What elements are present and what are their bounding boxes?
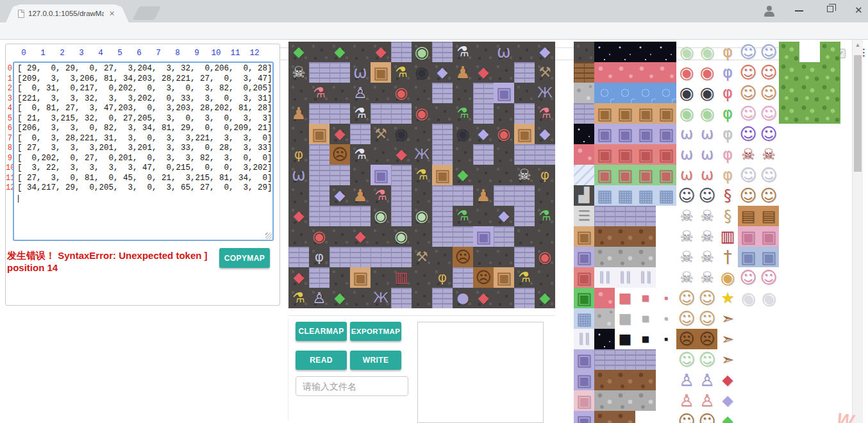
- map-tile-floor[interactable]: [494, 288, 514, 308]
- map-tile-wall[interactable]: [309, 62, 330, 83]
- tileset-tile-red-block[interactable]: ▣: [574, 267, 594, 288]
- map-tile-red-gem[interactable]: ◆: [391, 144, 412, 165]
- tileset-tile-purple-bat[interactable]: ω: [676, 144, 697, 165]
- map-tile-wall[interactable]: [473, 144, 494, 165]
- map-tile-floor[interactable]: [350, 288, 371, 308]
- map-tile-red-gem[interactable]: ◆: [473, 288, 494, 308]
- map-tile-floor[interactable]: [453, 83, 473, 103]
- tileset-tile-starfield[interactable]: [635, 42, 656, 62]
- map-tile-floor[interactable]: [494, 62, 514, 83]
- tileset-tile-pink-wall[interactable]: ▣: [738, 226, 758, 247]
- map-tile-purple-gem[interactable]: ◆: [535, 124, 555, 144]
- map-tile-wall[interactable]: [432, 226, 453, 247]
- tileset-tile-empty[interactable]: [799, 185, 820, 206]
- map-tile-moth[interactable]: Ж: [412, 144, 432, 165]
- tileset-tile-purple-block[interactable]: ▣: [574, 411, 594, 423]
- map-tile-wall[interactable]: [391, 185, 412, 206]
- tileset-tile-red-bat[interactable]: ω: [697, 165, 717, 185]
- map-tile-red-gem[interactable]: ◆: [330, 124, 350, 144]
- tileset-tile-black-sq-lg[interactable]: ■: [615, 329, 635, 349]
- tileset-tile-empty[interactable]: [779, 206, 799, 226]
- tileset-tile-purple-brick[interactable]: [594, 349, 615, 370]
- tileset-tile-tree[interactable]: [820, 42, 840, 62]
- tileset-tile-empty[interactable]: [758, 308, 779, 329]
- map-matrix-textarea[interactable]: [ 29, 0, 29, 0, 27, 3,204, 3, 32, 0,206,…: [13, 62, 274, 241]
- tileset-tile-dwarf[interactable]: ☺: [758, 62, 779, 83]
- read-button[interactable]: READ: [296, 351, 347, 370]
- tileset-tile-empty[interactable]: [820, 144, 840, 165]
- map-tile-green-gem[interactable]: ◆: [288, 42, 309, 62]
- tileset-tile-brown-rubble[interactable]: [594, 411, 615, 423]
- tileset-tile-empty[interactable]: [799, 390, 820, 411]
- map-tile-silver-key[interactable]: φ: [309, 247, 330, 267]
- new-tab-button[interactable]: [133, 6, 161, 20]
- map-tile-green-slime[interactable]: ◉: [412, 42, 432, 62]
- map-tile-golem[interactable]: ♟: [473, 185, 494, 206]
- map-tile-floor[interactable]: [535, 226, 555, 247]
- tileset-tile-empty[interactable]: [738, 370, 758, 390]
- tileset-tile-empty[interactable]: [779, 124, 799, 144]
- map-tile-purple-gem[interactable]: ◆: [330, 185, 350, 206]
- tileset-tile-red-terrain[interactable]: [574, 144, 594, 165]
- map-tile-purple-block[interactable]: ▣: [494, 83, 514, 103]
- map-tile-black-ball-monster[interactable]: ◉: [453, 124, 473, 144]
- map-tile-wall[interactable]: [350, 206, 371, 226]
- map-tile-wall[interactable]: [309, 185, 330, 206]
- tileset-tile-green-block[interactable]: ▣: [615, 165, 635, 185]
- map-tile-gold-key[interactable]: φ: [288, 144, 309, 165]
- map-tile-ghost[interactable]: ♙: [309, 288, 330, 308]
- map-tile-red-ball-monster[interactable]: ◉: [535, 247, 555, 267]
- map-tile-tan-block[interactable]: ▣: [432, 165, 453, 185]
- tileset-tile-empty[interactable]: [799, 308, 820, 329]
- map-tile-wall[interactable]: [473, 83, 494, 103]
- tileset-tile-blue-lattice[interactable]: ▦: [574, 308, 594, 329]
- tileset-tile-pillars[interactable]: ║║: [615, 267, 635, 288]
- map-tile-wall[interactable]: [371, 103, 391, 124]
- tileset-tile-wood-sign[interactable]: ▤: [758, 206, 779, 226]
- tileset-tile-empty[interactable]: [799, 124, 820, 144]
- tileset-tile-wizard[interactable]: ☺: [738, 124, 758, 144]
- map-tile-wall[interactable]: [432, 124, 453, 144]
- map-tile-moth[interactable]: Ж: [535, 83, 555, 103]
- tileset-tile-starfield[interactable]: [594, 42, 615, 62]
- tileset-tile-purple-gem[interactable]: ◆: [717, 390, 738, 411]
- restore-button[interactable]: [827, 6, 833, 12]
- map-canvas[interactable]: ◆◆◆◉⚗ω◆☠ω▣⚗◉◆♟◆⚒⚗♙◉▣Ж♟⚗◉⚗⚗▣◆⚒◉◉◆◉▣◆φ☹⚗◆Ж…: [288, 42, 555, 308]
- tileset-tile-white-slime[interactable]: ◉: [758, 288, 779, 308]
- tileset-tile-empty[interactable]: [820, 247, 840, 267]
- tileset-tile-starfield[interactable]: [574, 124, 594, 144]
- map-tile-wall[interactable]: [391, 165, 412, 185]
- tileset-tile-black-slime[interactable]: ◉: [676, 83, 697, 103]
- tileset-tile-black-slime[interactable]: ◉: [697, 83, 717, 103]
- tileset-tile-stone-totem[interactable]: ☹: [676, 329, 697, 349]
- tileset-tile-empty[interactable]: [758, 370, 779, 390]
- tileset-tile-purple-brick[interactable]: [615, 349, 635, 370]
- tileset-tile-green-block[interactable]: ▣: [635, 165, 656, 185]
- tileset-tile-purple-brick[interactable]: [635, 206, 656, 226]
- tileset-tile-old-man[interactable]: ☺: [758, 42, 779, 62]
- tileset-tile-princess[interactable]: ☺: [738, 267, 758, 288]
- tileset-tile-empty[interactable]: [820, 267, 840, 288]
- map-tile-floor[interactable]: [494, 144, 514, 165]
- map-tile-floor[interactable]: [330, 83, 350, 103]
- map-tile-stone-totem[interactable]: ☹: [473, 267, 494, 288]
- map-tile-wall[interactable]: [514, 185, 535, 206]
- map-tile-floor[interactable]: [473, 42, 494, 62]
- tileset-tile-red-scroll[interactable]: §: [717, 185, 738, 206]
- clearmap-button[interactable]: CLEARMAP: [296, 322, 347, 341]
- tileset-tile-empty[interactable]: [779, 144, 799, 165]
- tileset-tile-empty[interactable]: [656, 247, 676, 267]
- tileset-tile-fairy[interactable]: ☺: [738, 103, 758, 124]
- map-tile-floor[interactable]: [473, 206, 494, 226]
- filename-input[interactable]: [296, 376, 408, 396]
- map-tile-floor[interactable]: [330, 226, 350, 247]
- tileset-tile-red-bat[interactable]: ω: [676, 165, 697, 185]
- map-tile-bat[interactable]: ω: [494, 42, 514, 62]
- map-tile-green-potion[interactable]: ⚗: [453, 206, 473, 226]
- map-tile-floor[interactable]: [288, 83, 309, 103]
- tileset-tile-gray-sq-sm[interactable]: ■: [656, 308, 676, 329]
- tileset-tile-tan-block[interactable]: ▣: [615, 103, 635, 124]
- tileset-tile-empty[interactable]: [820, 165, 840, 185]
- tileset-tile-empty[interactable]: [820, 226, 840, 247]
- tileset-tile-purple-bat[interactable]: ω: [697, 124, 717, 144]
